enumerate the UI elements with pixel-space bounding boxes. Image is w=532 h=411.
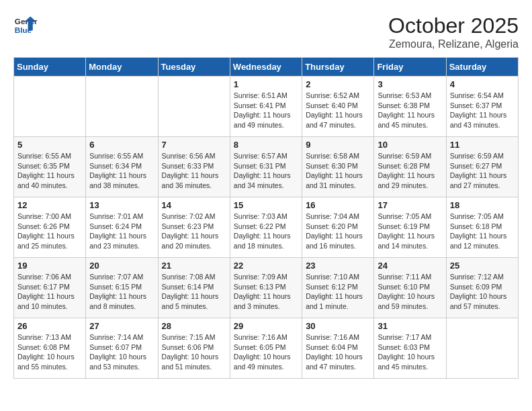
day-info: Sunrise: 6:52 AM Sunset: 6:40 PM Dayligh… <box>306 91 370 130</box>
day-number: 22 <box>234 261 298 271</box>
day-number: 25 <box>450 261 515 271</box>
day-info: Sunrise: 7:06 AM Sunset: 6:17 PM Dayligh… <box>17 272 82 312</box>
calendar-week-row: 19Sunrise: 7:06 AM Sunset: 6:17 PM Dayli… <box>14 258 519 318</box>
weekday-header-row: SundayMondayTuesdayWednesdayThursdayFrid… <box>14 58 519 77</box>
day-number: 20 <box>89 261 154 271</box>
day-info: Sunrise: 6:51 AM Sunset: 6:41 PM Dayligh… <box>234 91 298 130</box>
calendar-cell: 30Sunrise: 7:16 AM Sunset: 6:04 PM Dayli… <box>302 318 374 379</box>
day-info: Sunrise: 6:54 AM Sunset: 6:37 PM Dayligh… <box>450 91 515 130</box>
calendar-cell: 2Sunrise: 6:52 AM Sunset: 6:40 PM Daylig… <box>302 77 374 137</box>
day-info: Sunrise: 7:16 AM Sunset: 6:05 PM Dayligh… <box>234 332 298 372</box>
day-info: Sunrise: 7:10 AM Sunset: 6:12 PM Dayligh… <box>306 272 370 312</box>
day-number: 29 <box>234 321 298 331</box>
day-info: Sunrise: 7:11 AM Sunset: 6:10 PM Dayligh… <box>378 272 442 312</box>
calendar-cell: 17Sunrise: 7:05 AM Sunset: 6:19 PM Dayli… <box>374 197 446 258</box>
calendar-week-row: 5Sunrise: 6:55 AM Sunset: 6:35 PM Daylig… <box>14 137 519 197</box>
day-number: 26 <box>17 321 82 331</box>
calendar-cell: 20Sunrise: 7:07 AM Sunset: 6:15 PM Dayli… <box>86 258 158 318</box>
month-title: October 2025 <box>388 13 519 38</box>
calendar-cell: 16Sunrise: 7:04 AM Sunset: 6:20 PM Dayli… <box>302 197 374 258</box>
calendar-cell: 5Sunrise: 6:55 AM Sunset: 6:35 PM Daylig… <box>14 137 86 197</box>
day-info: Sunrise: 6:59 AM Sunset: 6:27 PM Dayligh… <box>450 151 515 191</box>
weekday-header-cell: Monday <box>86 58 158 77</box>
day-info: Sunrise: 6:56 AM Sunset: 6:33 PM Dayligh… <box>162 151 226 191</box>
day-number: 7 <box>162 140 226 150</box>
day-number: 4 <box>450 79 515 89</box>
day-number: 24 <box>378 261 442 271</box>
day-info: Sunrise: 7:14 AM Sunset: 6:07 PM Dayligh… <box>89 332 154 372</box>
calendar-cell: 12Sunrise: 7:00 AM Sunset: 6:26 PM Dayli… <box>14 197 86 258</box>
day-number: 9 <box>306 140 370 150</box>
day-number: 27 <box>89 321 154 331</box>
day-info: Sunrise: 7:17 AM Sunset: 6:03 PM Dayligh… <box>378 332 442 372</box>
day-number: 16 <box>306 200 370 210</box>
calendar-cell: 25Sunrise: 7:12 AM Sunset: 6:09 PM Dayli… <box>446 258 518 318</box>
calendar-cell: 19Sunrise: 7:06 AM Sunset: 6:17 PM Dayli… <box>14 258 86 318</box>
calendar-cell: 28Sunrise: 7:15 AM Sunset: 6:06 PM Dayli… <box>158 318 230 379</box>
page-header: General Blue October 2025 Zemoura, Reliz… <box>13 13 519 50</box>
day-number: 15 <box>234 200 298 210</box>
day-info: Sunrise: 7:02 AM Sunset: 6:23 PM Dayligh… <box>162 212 226 251</box>
day-number: 8 <box>234 140 298 150</box>
day-number: 31 <box>378 321 442 331</box>
day-info: Sunrise: 6:55 AM Sunset: 6:35 PM Dayligh… <box>17 151 82 191</box>
day-number: 12 <box>17 200 82 210</box>
logo-icon: General Blue <box>13 13 38 38</box>
calendar-cell: 24Sunrise: 7:11 AM Sunset: 6:10 PM Dayli… <box>374 258 446 318</box>
day-info: Sunrise: 7:03 AM Sunset: 6:22 PM Dayligh… <box>234 212 298 251</box>
calendar-cell: 22Sunrise: 7:09 AM Sunset: 6:13 PM Dayli… <box>230 258 302 318</box>
calendar-cell: 31Sunrise: 7:17 AM Sunset: 6:03 PM Dayli… <box>374 318 446 379</box>
day-number: 21 <box>162 261 226 271</box>
calendar-cell: 6Sunrise: 6:55 AM Sunset: 6:34 PM Daylig… <box>86 137 158 197</box>
calendar-table: SundayMondayTuesdayWednesdayThursdayFrid… <box>13 57 519 379</box>
calendar-cell: 13Sunrise: 7:01 AM Sunset: 6:24 PM Dayli… <box>86 197 158 258</box>
day-number: 18 <box>450 200 515 210</box>
day-number: 6 <box>89 140 154 150</box>
logo: General Blue <box>13 13 38 38</box>
calendar-cell: 8Sunrise: 6:57 AM Sunset: 6:31 PM Daylig… <box>230 137 302 197</box>
calendar-week-row: 26Sunrise: 7:13 AM Sunset: 6:08 PM Dayli… <box>14 318 519 379</box>
calendar-cell <box>158 77 230 137</box>
calendar-week-row: 1Sunrise: 6:51 AM Sunset: 6:41 PM Daylig… <box>14 77 519 137</box>
day-number: 28 <box>162 321 226 331</box>
calendar-cell: 1Sunrise: 6:51 AM Sunset: 6:41 PM Daylig… <box>230 77 302 137</box>
weekday-header-cell: Friday <box>374 58 446 77</box>
calendar-cell: 9Sunrise: 6:58 AM Sunset: 6:30 PM Daylig… <box>302 137 374 197</box>
weekday-header-cell: Thursday <box>302 58 374 77</box>
day-info: Sunrise: 7:05 AM Sunset: 6:19 PM Dayligh… <box>378 212 442 251</box>
day-info: Sunrise: 7:01 AM Sunset: 6:24 PM Dayligh… <box>89 212 154 251</box>
calendar-week-row: 12Sunrise: 7:00 AM Sunset: 6:26 PM Dayli… <box>14 197 519 258</box>
weekday-header-cell: Wednesday <box>230 58 302 77</box>
calendar-cell <box>14 77 86 137</box>
day-info: Sunrise: 7:09 AM Sunset: 6:13 PM Dayligh… <box>234 272 298 312</box>
calendar-cell: 3Sunrise: 6:53 AM Sunset: 6:38 PM Daylig… <box>374 77 446 137</box>
calendar-cell <box>446 318 518 379</box>
calendar-cell: 15Sunrise: 7:03 AM Sunset: 6:22 PM Dayli… <box>230 197 302 258</box>
day-number: 2 <box>306 79 370 89</box>
calendar-cell: 11Sunrise: 6:59 AM Sunset: 6:27 PM Dayli… <box>446 137 518 197</box>
weekday-header-cell: Sunday <box>14 58 86 77</box>
calendar-cell: 14Sunrise: 7:02 AM Sunset: 6:23 PM Dayli… <box>158 197 230 258</box>
day-info: Sunrise: 7:05 AM Sunset: 6:18 PM Dayligh… <box>450 212 515 251</box>
calendar-cell: 18Sunrise: 7:05 AM Sunset: 6:18 PM Dayli… <box>446 197 518 258</box>
day-number: 3 <box>378 79 442 89</box>
calendar-cell: 21Sunrise: 7:08 AM Sunset: 6:14 PM Dayli… <box>158 258 230 318</box>
day-number: 19 <box>17 261 82 271</box>
calendar-body: 1Sunrise: 6:51 AM Sunset: 6:41 PM Daylig… <box>14 77 519 379</box>
weekday-header-cell: Tuesday <box>158 58 230 77</box>
calendar-cell: 27Sunrise: 7:14 AM Sunset: 6:07 PM Dayli… <box>86 318 158 379</box>
calendar-cell: 4Sunrise: 6:54 AM Sunset: 6:37 PM Daylig… <box>446 77 518 137</box>
calendar-cell: 26Sunrise: 7:13 AM Sunset: 6:08 PM Dayli… <box>14 318 86 379</box>
day-info: Sunrise: 7:12 AM Sunset: 6:09 PM Dayligh… <box>450 272 515 312</box>
day-info: Sunrise: 7:08 AM Sunset: 6:14 PM Dayligh… <box>162 272 226 312</box>
day-info: Sunrise: 6:53 AM Sunset: 6:38 PM Dayligh… <box>378 91 442 130</box>
day-number: 1 <box>234 79 298 89</box>
title-area: October 2025 Zemoura, Relizane, Algeria <box>388 13 519 50</box>
day-info: Sunrise: 6:57 AM Sunset: 6:31 PM Dayligh… <box>234 151 298 191</box>
day-info: Sunrise: 7:16 AM Sunset: 6:04 PM Dayligh… <box>306 332 370 372</box>
day-number: 13 <box>89 200 154 210</box>
day-info: Sunrise: 7:00 AM Sunset: 6:26 PM Dayligh… <box>17 212 82 251</box>
calendar-cell: 7Sunrise: 6:56 AM Sunset: 6:33 PM Daylig… <box>158 137 230 197</box>
weekday-header-cell: Saturday <box>446 58 518 77</box>
day-info: Sunrise: 7:15 AM Sunset: 6:06 PM Dayligh… <box>162 332 226 372</box>
